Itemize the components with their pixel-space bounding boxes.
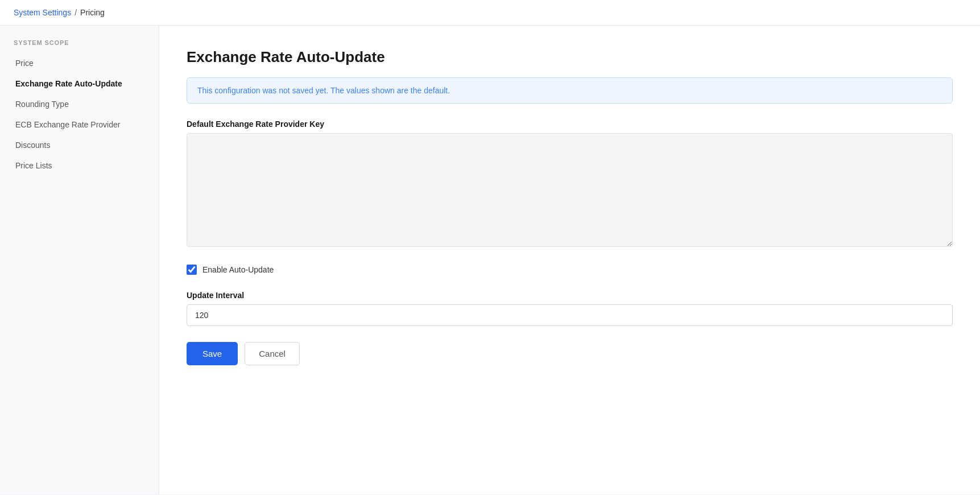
update-interval-input[interactable] [187,304,953,326]
update-interval-field-group: Update Interval [187,291,953,326]
sidebar-item-discounts[interactable]: Discounts [0,135,159,155]
sidebar: SYSTEM SCOPE Price Exchange Rate Auto-Up… [0,26,159,494]
breadcrumb-current: Pricing [80,8,105,17]
save-button[interactable]: Save [187,342,238,365]
info-banner: This configuration was not saved yet. Th… [187,77,953,104]
form-actions: Save Cancel [187,342,953,365]
provider-key-textarea[interactable] [187,133,953,247]
provider-key-field-group: Default Exchange Rate Provider Key [187,119,953,249]
enable-autoupdate-row: Enable Auto-Update [187,265,953,275]
sidebar-item-price[interactable]: Price [0,53,159,73]
main-content: Exchange Rate Auto-Update This configura… [159,26,980,494]
cancel-button[interactable]: Cancel [245,342,300,365]
sidebar-item-rounding-type[interactable]: Rounding Type [0,94,159,114]
enable-autoupdate-checkbox[interactable] [187,265,197,275]
breadcrumb-parent-link[interactable]: System Settings [14,8,71,17]
sidebar-item-ecb-exchange-rate-provider[interactable]: ECB Exchange Rate Provider [0,114,159,135]
update-interval-label: Update Interval [187,291,953,300]
provider-key-label: Default Exchange Rate Provider Key [187,119,953,129]
breadcrumb: System Settings / Pricing [0,0,980,26]
enable-autoupdate-label[interactable]: Enable Auto-Update [202,265,274,274]
sidebar-section-title: SYSTEM SCOPE [0,39,159,53]
sidebar-item-price-lists[interactable]: Price Lists [0,155,159,176]
page-title: Exchange Rate Auto-Update [187,48,953,66]
breadcrumb-separator: / [75,8,77,17]
sidebar-item-exchange-rate-auto-update[interactable]: Exchange Rate Auto-Update [0,73,159,94]
